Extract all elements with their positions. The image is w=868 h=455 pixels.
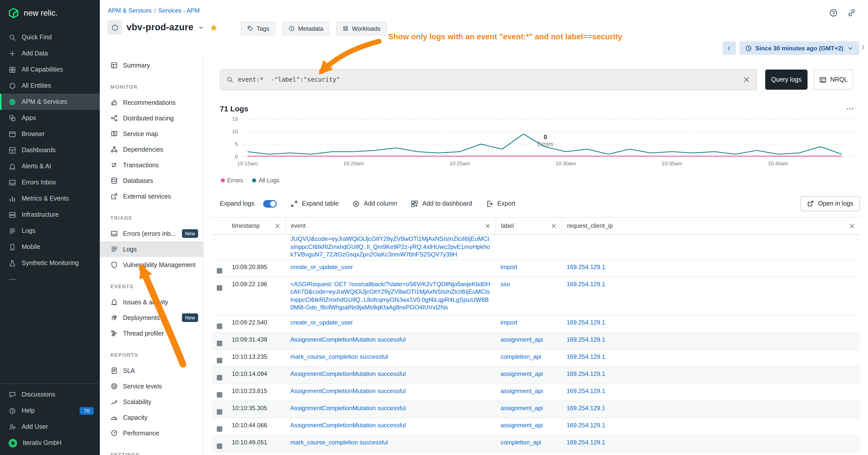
subnav-item-service-map[interactable]: Service map bbox=[100, 126, 203, 141]
subnav-item-errors-errors-inb[interactable]: Errors (errors inb...New bbox=[100, 226, 203, 241]
nav-footer-item-add-user[interactable]: Add User bbox=[0, 419, 100, 435]
ip-link[interactable]: 169.254.129.1 bbox=[566, 353, 606, 360]
nav-item-synthetic-monitoring[interactable]: Synthetic Monitoring bbox=[0, 255, 100, 271]
remove-column-icon[interactable] bbox=[274, 223, 281, 229]
ip-link[interactable]: 169.254.129.1 bbox=[566, 281, 606, 288]
label-link[interactable]: import bbox=[500, 319, 518, 326]
log-row[interactable]: 10:10:13.235mark_course_completion succe… bbox=[212, 350, 860, 367]
remove-column-icon[interactable] bbox=[849, 223, 856, 229]
time-back-button[interactable] bbox=[722, 41, 736, 55]
row-checkbox[interactable] bbox=[217, 340, 222, 346]
row-checkbox[interactable] bbox=[217, 392, 222, 397]
breadcrumb-link-services-apm[interactable]: Services - APM bbox=[158, 7, 199, 14]
subnav-item-databases[interactable]: Databases bbox=[100, 173, 203, 189]
nrql-button[interactable]: NRQL bbox=[813, 69, 854, 90]
nav-item-browser[interactable]: Browser bbox=[0, 126, 100, 142]
legend-item-errors[interactable]: Errors bbox=[221, 177, 243, 184]
time-range-button[interactable]: Since 30 minutes ago (GMT+2) bbox=[739, 41, 860, 55]
subnav-item-service-levels[interactable]: Service levels bbox=[100, 379, 203, 394]
subnav-item-dependencies[interactable]: Dependencies bbox=[100, 141, 203, 157]
row-checkbox[interactable] bbox=[217, 443, 222, 449]
ip-link[interactable]: 169.254.129.1 bbox=[566, 387, 606, 394]
add-to-dashboard-button[interactable]: Add to dashboard bbox=[411, 200, 472, 207]
nav-item-more[interactable] bbox=[0, 271, 100, 287]
event-link[interactable]: <ASGIRequest: GET '/sso/callback/?state=… bbox=[290, 281, 490, 311]
event-link[interactable]: mark_course_completion successful bbox=[290, 438, 388, 446]
label-link[interactable]: completion_api bbox=[500, 353, 541, 360]
export-button[interactable]: Export bbox=[486, 200, 516, 207]
row-checkbox[interactable] bbox=[217, 285, 222, 291]
event-link[interactable]: create_or_update_user bbox=[290, 263, 353, 270]
log-row[interactable]: 10:09:20.895create_or_update_userimport1… bbox=[212, 260, 860, 277]
subnav-item-vulnerability-management[interactable]: Vulnerability Management bbox=[100, 257, 203, 272]
nav-footer-item-help[interactable]: Help70 bbox=[0, 402, 100, 419]
event-link[interactable]: AssignmentCompletionMutation successful bbox=[290, 422, 406, 428]
log-query-input[interactable] bbox=[238, 76, 738, 83]
event-link[interactable]: mark_course_completion successful bbox=[290, 353, 388, 360]
label-link[interactable]: assignment_api bbox=[500, 422, 543, 428]
nav-item-all-capabilities[interactable]: All Capabilities bbox=[0, 62, 100, 77]
entity-name[interactable]: vbv-prod-azure bbox=[126, 22, 193, 33]
nav-item-mobile[interactable]: Mobile bbox=[0, 239, 100, 255]
more-options-icon[interactable] bbox=[846, 105, 854, 113]
subnav-item-deployments[interactable]: DeploymentsNew bbox=[100, 310, 203, 325]
nav-item-errors-inbox[interactable]: Errors Inbox bbox=[0, 174, 100, 191]
legend-item-all-logs[interactable]: All Logs bbox=[252, 177, 279, 184]
new-relic-logo[interactable]: new relic. bbox=[0, 0, 100, 24]
query-logs-button[interactable]: Query logs bbox=[765, 69, 807, 90]
row-checkbox[interactable] bbox=[217, 409, 222, 415]
log-row[interactable]: 10:11:00.311AssignmentCompletionMutation… bbox=[212, 453, 860, 455]
nav-item-infrastructure[interactable]: Infrastructure bbox=[0, 206, 100, 223]
event-link[interactable]: AssignmentCompletionMutation successful bbox=[290, 370, 406, 377]
nav-item-apm-services[interactable]: APM & Services bbox=[0, 94, 100, 110]
label-link[interactable]: import bbox=[500, 263, 518, 270]
nav-item-all-entities[interactable]: All Entities bbox=[0, 77, 100, 94]
row-checkbox[interactable] bbox=[217, 375, 222, 380]
ip-link[interactable]: 169.254.129.1 bbox=[566, 336, 606, 343]
open-in-logs-button[interactable]: Open in logs bbox=[801, 196, 860, 211]
remove-column-icon[interactable] bbox=[485, 223, 491, 229]
chip-tags[interactable]: Tags bbox=[241, 22, 276, 35]
nav-footer-item-iterativ-gmbh[interactable]: Iterativ GmbH bbox=[0, 435, 100, 451]
chip-workloads[interactable]: Workloads bbox=[337, 22, 386, 35]
label-link[interactable]: assignment_api bbox=[500, 336, 543, 343]
log-row[interactable]: 10:09:22.196<ASGIRequest: GET '/sso/call… bbox=[212, 277, 860, 316]
expand-table-button[interactable]: Expand table bbox=[290, 200, 339, 207]
ip-link[interactable]: 169.254.129.1 bbox=[566, 404, 606, 412]
add-column-button[interactable]: Add column bbox=[352, 200, 397, 207]
log-row[interactable]: 10:09:31.439AssignmentCompletionMutation… bbox=[212, 332, 860, 350]
event-link[interactable]: AssignmentCompletionMutation successful bbox=[290, 404, 406, 412]
subnav-item-transactions[interactable]: Transactions bbox=[100, 157, 203, 173]
nav-item-logs[interactable]: Logs bbox=[0, 223, 100, 239]
ip-link[interactable]: 169.254.129.1 bbox=[566, 319, 606, 326]
ip-link[interactable]: 169.254.129.1 bbox=[566, 438, 606, 446]
subnav-item-summary[interactable]: Summary bbox=[100, 58, 203, 73]
nav-item-metrics-events[interactable]: Metrics & Events bbox=[0, 191, 100, 206]
subnav-item-issues-activity[interactable]: Issues & activity bbox=[100, 294, 203, 310]
row-checkbox[interactable] bbox=[217, 426, 222, 431]
label-link[interactable]: completion_api bbox=[500, 438, 541, 446]
chip-metadata[interactable]: Metadata bbox=[282, 22, 330, 35]
log-row[interactable]: 10:10:35.305AssignmentCompletionMutation… bbox=[212, 401, 860, 418]
ip-link[interactable]: 169.254.129.1 bbox=[566, 422, 606, 428]
copy-link-icon[interactable] bbox=[847, 8, 857, 18]
breadcrumb-link-apm-services[interactable]: APM & Services bbox=[108, 7, 152, 14]
help-circle-icon[interactable] bbox=[829, 8, 838, 18]
log-row[interactable]: JUQVU&code=eyJraWQiOiJjcGltY29yZV8wOTl1M… bbox=[212, 235, 860, 260]
subnav-item-thread-profiler[interactable]: Thread profiler bbox=[100, 325, 203, 341]
expand-logs-toggle[interactable] bbox=[263, 200, 277, 207]
label-link[interactable]: assignment_api bbox=[500, 370, 543, 377]
nav-footer-item-discussions[interactable]: Discussions bbox=[0, 387, 100, 402]
logs-volume-chart[interactable]: 05101510:15am10:20am10:25am10:30am10:35a… bbox=[220, 115, 860, 169]
event-link[interactable]: JUQVU&code=eyJraWQiOiJjcGltY29yZV8wOTl1M… bbox=[290, 235, 490, 258]
time-forward-button[interactable] bbox=[859, 43, 867, 52]
entity-switcher-chevron-icon[interactable] bbox=[198, 25, 204, 31]
event-link[interactable]: AssignmentCompletionMutation successful bbox=[290, 387, 406, 394]
label-link[interactable]: sso bbox=[500, 281, 510, 288]
clear-query-icon[interactable] bbox=[743, 75, 750, 84]
log-row[interactable]: 10:10:14.094AssignmentCompletionMutation… bbox=[212, 367, 860, 384]
row-checkbox[interactable] bbox=[217, 358, 222, 363]
ip-link[interactable]: 169.254.129.1 bbox=[566, 370, 606, 377]
label-link[interactable]: assignment_api bbox=[500, 404, 543, 412]
nav-item-alerts-ai[interactable]: Alerts & AI bbox=[0, 158, 100, 174]
